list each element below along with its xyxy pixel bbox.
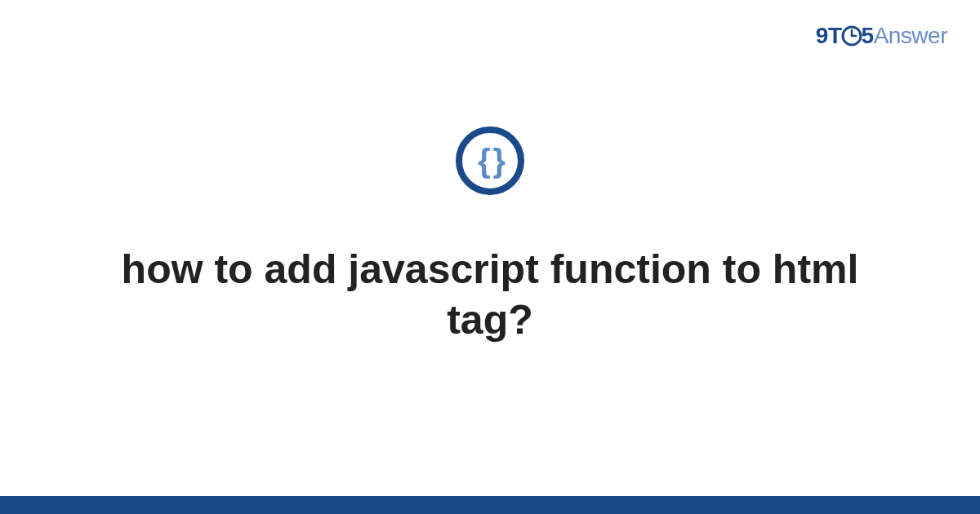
main-content: { } how to add javascript function to ht… [0, 0, 980, 496]
braces-icon: { } [478, 144, 502, 177]
question-title: how to add javascript function to html t… [82, 244, 898, 346]
footer-bar [0, 496, 980, 514]
category-icon-circle: { } [456, 126, 524, 195]
